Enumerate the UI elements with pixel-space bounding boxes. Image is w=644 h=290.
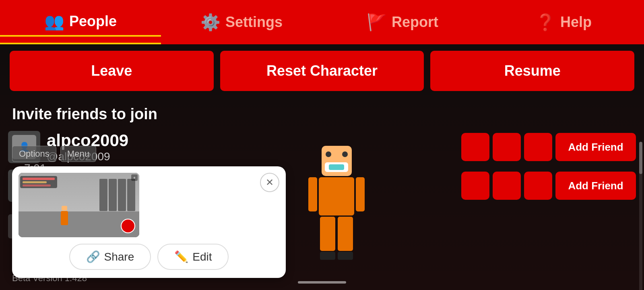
player-handle: @alpco2009 [47,150,455,163]
leave-button[interactable]: Leave [10,51,214,91]
screenshot-thumbnail: + [19,173,139,237]
nav-people-label: People [69,13,117,30]
player-action-btn-4[interactable] [461,172,489,200]
player-action-btn-5[interactable] [493,172,521,200]
invite-text: Invite friends to join [8,102,636,131]
player-action-btn-6[interactable] [524,172,552,200]
share-button[interactable]: 🔗 Share [69,244,151,270]
player-action-btn-1[interactable] [461,133,489,161]
game-ui-buttons: Options Menu [12,146,96,162]
player-info: alpco2009 @alpco2009 [47,131,455,163]
share-label: Share [104,251,134,263]
options-button[interactable]: Options [12,146,56,162]
screenshot-top-area: + ✕ [19,173,279,237]
edit-icon: ✏️ [174,250,188,263]
player-actions: Add Friend [461,133,636,161]
reset-character-button[interactable]: Reset Character [220,51,424,91]
add-friend-button-1[interactable]: Add Friend [555,133,636,161]
nav-report-label: Report [392,14,438,31]
report-icon: 🚩 [367,13,387,32]
nav-people[interactable]: 👥 People [0,8,161,37]
record-button[interactable] [121,219,135,233]
nav-settings-label: Settings [225,14,283,31]
scrollbar-thumb[interactable] [639,142,642,174]
close-icon: ✕ [266,177,274,188]
nav-bar: 👥 People ⚙️ Settings 🚩 Report ❓ Help [0,0,644,44]
action-buttons-row: Leave Reset Character Resume [0,44,644,97]
edit-button[interactable]: ✏️ Edit [157,244,229,270]
help-icon: ❓ [535,13,555,32]
resume-button[interactable]: Resume [430,51,634,91]
nav-help[interactable]: ❓ Help [483,9,644,36]
people-icon: 👥 [44,12,64,31]
screenshot-close-button[interactable]: ✕ [260,173,279,192]
scrollbar[interactable] [639,142,642,290]
active-tab-underline [0,43,161,44]
menu-button[interactable]: Menu [60,146,96,162]
edit-label: Edit [192,251,212,263]
player-username: alpco2009 [47,131,455,150]
player-action-btn-2[interactable] [493,133,521,161]
add-friend-button-2[interactable]: Add Friend [555,172,636,200]
nav-help-label: Help [560,14,592,31]
settings-icon: ⚙️ [200,13,221,32]
screenshot-actions: 🔗 Share ✏️ Edit [19,242,279,271]
nav-settings[interactable]: ⚙️ Settings [161,9,322,36]
screenshot-popup: + ✕ 🔗 Share ✏️ Edit [12,166,286,278]
player-character [312,146,361,260]
player-actions-2: Add Friend [461,172,636,200]
nav-report[interactable]: 🚩 Report [322,9,483,36]
share-icon: 🔗 [86,250,100,263]
character-body [312,146,361,260]
player-action-btn-3[interactable] [524,133,552,161]
